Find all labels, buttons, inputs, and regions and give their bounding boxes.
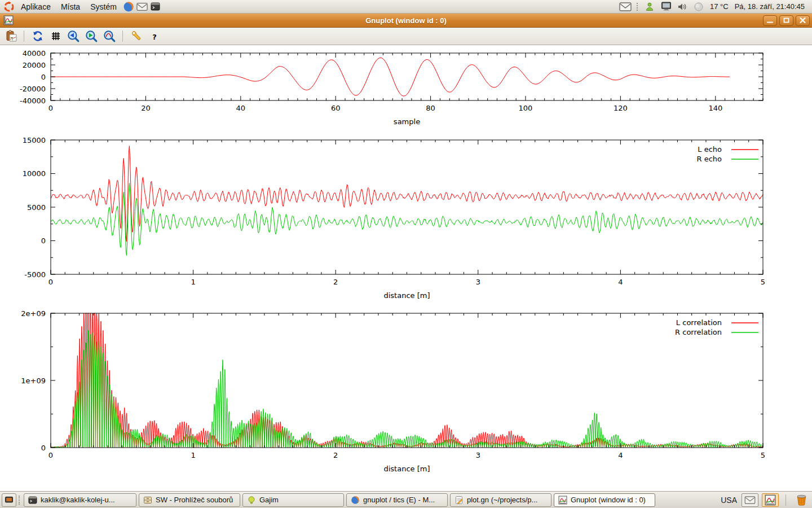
window-title: Gnuplot (window id : 0) [0, 16, 812, 25]
taskbar-item-label: plot.gn (~/projects/p... [467, 496, 537, 504]
svg-text:5000: 5000 [27, 203, 46, 212]
svg-text:-5000: -5000 [24, 270, 46, 279]
display-settings-icon[interactable] [659, 1, 673, 13]
clock[interactable]: Pá, 18. září, 21:40:45 [733, 2, 806, 11]
svg-text:0: 0 [41, 237, 46, 245]
gnuplot-tray-icon[interactable] [762, 493, 779, 507]
unzoom-icon[interactable] [102, 29, 117, 43]
taskbar-tray: USA [721, 493, 810, 507]
svg-text:5: 5 [761, 278, 765, 286]
legend: L correlationR correlation [675, 318, 758, 336]
text-editor-icon [454, 496, 464, 505]
terminal-launcher-icon[interactable] [149, 1, 162, 13]
firefox-icon [351, 496, 360, 505]
copy-to-clipboard-icon[interactable] [3, 29, 19, 43]
taskbar-item-label: Gnuplot (window id : 0) [571, 496, 646, 504]
tray-separator [785, 494, 787, 506]
window-toolbar: ? [0, 28, 812, 45]
maximize-button[interactable] [779, 15, 793, 26]
gnuplot-window: Gnuplot (window id : 0) [0, 14, 812, 491]
svg-text:-20000: -20000 [20, 85, 46, 93]
svg-text:40: 40 [236, 104, 246, 112]
legend-label: R correlation [675, 328, 722, 336]
help-icon[interactable]: ? [147, 29, 162, 43]
window-list: kaklik@kaklik-kolej-u...SW - Prohlížeč s… [24, 493, 657, 507]
svg-text:100: 100 [519, 104, 533, 112]
taskbar-handle[interactable] [19, 496, 21, 505]
taskbar-item[interactable]: kaklik@kaklik-kolej-u... [24, 493, 136, 507]
legend-label: R echo [696, 155, 722, 163]
replot-icon[interactable] [30, 29, 45, 43]
volume-icon[interactable] [676, 1, 689, 13]
plot-axes [51, 313, 763, 448]
gajim-icon [247, 496, 256, 505]
configure-icon[interactable] [129, 29, 144, 43]
toolbar-separator [122, 30, 123, 42]
taskbar-item[interactable]: Gnuplot (window id : 0) [554, 493, 655, 507]
mail-launcher-icon[interactable] [135, 1, 149, 13]
series-sample-waveform-line [51, 58, 730, 96]
svg-text:3: 3 [476, 451, 480, 459]
taskbar-item[interactable]: plot.gn (~/projects/p... [450, 493, 551, 507]
svg-text:40000: 40000 [23, 49, 46, 58]
svg-text:1: 1 [191, 278, 195, 286]
chart-sample-waveform[interactable]: 020406080100120140-40000-200000200004000… [0, 45, 812, 130]
svg-text:5: 5 [761, 451, 765, 459]
legend: L echoR echo [696, 145, 758, 163]
panel-separator [637, 3, 638, 11]
temperature-indicator[interactable]: 17 °C [708, 2, 730, 11]
svg-text:15000: 15000 [23, 136, 46, 144]
taskbar-item[interactable]: gnuplot / tics (E) - M... [346, 493, 448, 507]
taskbar-item-label: kaklik@kaklik-kolej-u... [41, 496, 115, 504]
gnuplot-icon [558, 496, 567, 505]
svg-text:0: 0 [48, 104, 53, 112]
plot-axes [51, 140, 763, 274]
firefox-launcher-icon[interactable] [122, 1, 135, 13]
chart-correlation[interactable]: 01234501e+092e+09distance [m]L correlati… [0, 304, 812, 479]
menu-places[interactable]: Místa [56, 0, 85, 13]
window-titlebar[interactable]: Gnuplot (window id : 0) [0, 14, 812, 28]
show-desktop-button[interactable] [2, 493, 16, 507]
weather-icon[interactable] [692, 1, 705, 13]
ubuntu-logo-icon[interactable] [2, 1, 16, 13]
keyboard-layout-indicator[interactable]: USA [721, 496, 737, 505]
svg-text:0: 0 [41, 73, 46, 81]
x-axis-label: distance [m] [383, 465, 430, 473]
top-panel: Aplikace Místa Systém 17 °C Pá, 18. z [0, 0, 812, 14]
svg-text:?: ? [152, 33, 157, 41]
user-switcher-icon[interactable] [643, 1, 656, 13]
taskbar: kaklik@kaklik-kolej-u...SW - Prohlížeč s… [0, 491, 812, 508]
minimize-button[interactable] [763, 15, 777, 26]
toggle-grid-icon[interactable] [48, 29, 63, 43]
svg-text:80: 80 [426, 104, 435, 112]
svg-text:10000: 10000 [23, 169, 46, 178]
panel-status-area: 17 °C Pá, 18. září, 21:40:45 [619, 0, 810, 13]
svg-text:1: 1 [191, 451, 195, 459]
svg-text:2: 2 [333, 278, 338, 286]
mail-tray-icon[interactable] [742, 493, 758, 507]
series-R-correlation-line [51, 330, 763, 448]
taskbar-item[interactable]: Gajim [242, 493, 344, 507]
menu-system[interactable]: Systém [85, 0, 122, 13]
svg-text:-40000: -40000 [20, 97, 46, 105]
window-icon [3, 15, 14, 25]
plot-series [51, 58, 730, 96]
menu-applications[interactable]: Aplikace [16, 0, 56, 13]
svg-text:4: 4 [618, 278, 623, 286]
trash-icon[interactable] [793, 493, 809, 507]
svg-text:20000: 20000 [23, 61, 46, 69]
close-button[interactable] [796, 15, 810, 26]
file-manager-icon [143, 496, 152, 505]
svg-text:0: 0 [48, 278, 53, 286]
mail-notification-icon[interactable] [619, 1, 632, 13]
toolbar-separator [24, 30, 25, 42]
zoom-next-icon[interactable] [84, 29, 99, 43]
legend-label: L echo [698, 145, 722, 154]
svg-text:20: 20 [141, 104, 151, 112]
zoom-previous-icon[interactable] [66, 29, 81, 43]
svg-text:0: 0 [41, 444, 46, 452]
axis-tick-labels: 020406080100120140-40000-200000200004000… [20, 49, 722, 113]
taskbar-item[interactable]: SW - Prohlížeč souborů [139, 493, 240, 507]
plot-series [51, 146, 763, 256]
chart-echo-signals[interactable]: 012345-5000050001000015000distance [m]L … [0, 130, 812, 304]
